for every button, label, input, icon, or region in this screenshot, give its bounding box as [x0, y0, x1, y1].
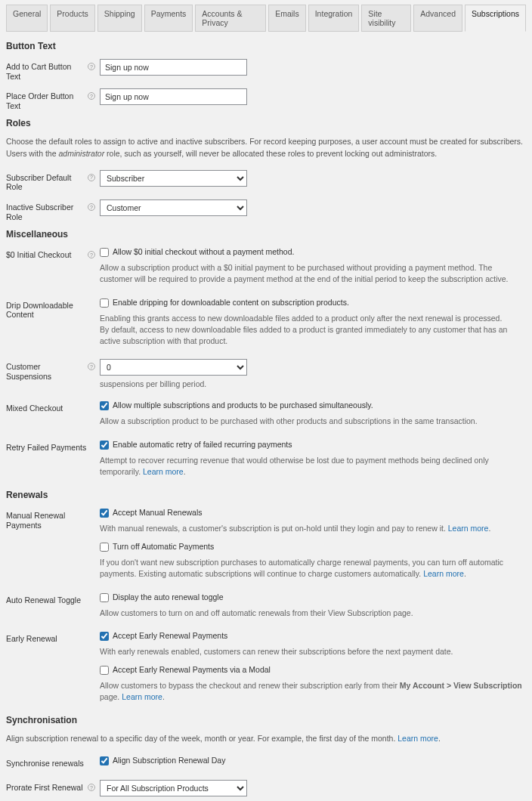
- auto-renewal-toggle-checkbox[interactable]: [100, 593, 109, 602]
- tab-products[interactable]: Products: [50, 5, 94, 32]
- mixed-checkout-checkbox[interactable]: [100, 401, 109, 410]
- turn-off-auto-checkbox-label: Turn off Automatic Payments: [113, 542, 214, 551]
- label-retry-failed: Retry Failed Payments: [6, 440, 88, 453]
- early-renewal-modal-checkbox[interactable]: [100, 666, 109, 675]
- zero-initial-help: Allow a subscription product with a $0 i…: [100, 262, 526, 285]
- suspensions-help: suspensions per billing period.: [100, 379, 526, 388]
- tab-shipping[interactable]: Shipping: [97, 5, 142, 32]
- tab-accounts-privacy[interactable]: Accounts & Privacy: [195, 5, 266, 32]
- section-title-button-text: Button Text: [6, 41, 526, 51]
- early-renewal-checkbox-label: Accept Early Renewal Payments: [113, 631, 227, 640]
- section-title-renewals: Renewals: [6, 490, 526, 500]
- label-add-to-cart: Add to Cart Button Text: [6, 59, 88, 81]
- tab-subscriptions[interactable]: Subscriptions: [465, 5, 526, 32]
- help-icon[interactable]: ?: [88, 363, 95, 370]
- label-drip-content: Drip Downloadable Content: [6, 298, 88, 320]
- mixed-checkout-checkbox-label: Allow multiple subscriptions and product…: [113, 400, 373, 410]
- label-customer-suspensions: Customer Suspensions: [6, 359, 88, 381]
- retry-learn-more-link[interactable]: Learn more: [143, 467, 184, 476]
- tab-payments[interactable]: Payments: [144, 5, 193, 32]
- manual-renewals-help: With manual renewals, a customer's subsc…: [100, 523, 526, 534]
- tab-general[interactable]: General: [6, 5, 48, 32]
- zero-initial-checkbox-label: Allow $0 initial checkout without a paym…: [113, 247, 294, 256]
- add-to-cart-input[interactable]: [100, 59, 247, 76]
- label-subscriber-default-role: Subscriber Default Role: [6, 170, 88, 192]
- sync-renewals-checkbox[interactable]: [100, 756, 109, 765]
- inactive-subscriber-role-select[interactable]: Customer: [100, 199, 247, 216]
- help-icon[interactable]: ?: [88, 784, 95, 791]
- turn-off-auto-help: If you don't want new subscription purch…: [100, 557, 526, 580]
- auto-renewal-toggle-help: Allow customers to turn on and off autom…: [100, 608, 526, 619]
- label-place-order: Place Order Button Text: [6, 88, 88, 110]
- auto-learn-more-link[interactable]: Learn more: [423, 569, 464, 578]
- tab-emails[interactable]: Emails: [268, 5, 306, 32]
- label-early-renewal: Early Renewal: [6, 631, 88, 644]
- drip-checkbox[interactable]: [100, 298, 109, 308]
- label-prorate-first-renewal: Prorate First Renewal: [6, 780, 88, 793]
- help-icon[interactable]: ?: [88, 174, 95, 181]
- zero-initial-checkbox[interactable]: [100, 248, 109, 257]
- subscriber-default-role-select[interactable]: Subscriber: [100, 170, 247, 187]
- settings-tabs: General Products Shipping Payments Accou…: [6, 5, 526, 32]
- sync-renewals-checkbox-label: Align Subscription Renewal Day: [113, 756, 225, 765]
- label-zero-initial-checkout: $0 Initial Checkout: [6, 247, 88, 260]
- section-title-misc: Miscellaneous: [6, 229, 526, 240]
- manual-renewals-checkbox-label: Accept Manual Renewals: [113, 508, 202, 517]
- early-renewal-modal-checkbox-label: Accept Early Renewal Payments via a Moda…: [113, 665, 271, 674]
- early-renewal-checkbox[interactable]: [100, 632, 109, 641]
- manual-renewals-checkbox[interactable]: [100, 509, 109, 518]
- tab-advanced[interactable]: Advanced: [413, 5, 462, 32]
- help-icon[interactable]: ?: [88, 251, 95, 258]
- early-learn-more-link[interactable]: Learn more: [122, 692, 162, 701]
- label-inactive-subscriber-role: Inactive Subscriber Role: [6, 199, 88, 221]
- sync-learn-more-link[interactable]: Learn more: [397, 734, 438, 743]
- early-renewal-help: With early renewals enabled, customers c…: [100, 646, 526, 657]
- retry-failed-checkbox[interactable]: [100, 441, 109, 450]
- tab-site-visibility[interactable]: Site visibility: [361, 5, 411, 32]
- manual-learn-more-link[interactable]: Learn more: [448, 524, 489, 533]
- mixed-checkout-help: Allow a subscription product to be purch…: [100, 416, 526, 427]
- retry-failed-checkbox-label: Enable automatic retry of failed recurri…: [113, 440, 292, 449]
- label-auto-renewal-toggle: Auto Renewal Toggle: [6, 592, 88, 605]
- label-manual-renewal: Manual Renewal Payments: [6, 508, 88, 530]
- tab-integration[interactable]: Integration: [308, 5, 360, 32]
- sync-description: Align subscription renewal to a specific…: [6, 733, 526, 744]
- label-sync-renewals: Synchronise renewals: [6, 756, 88, 769]
- auto-renewal-toggle-checkbox-label: Display the auto renewal toggle: [113, 592, 224, 602]
- label-mixed-checkout: Mixed Checkout: [6, 400, 88, 413]
- section-title-roles: Roles: [6, 118, 526, 128]
- help-icon[interactable]: ?: [88, 203, 95, 211]
- help-icon[interactable]: ?: [88, 92, 95, 100]
- retry-failed-help: Attempt to recover recurring revenue tha…: [100, 455, 526, 478]
- drip-checkbox-label: Enable dripping for downloadable content…: [113, 298, 349, 307]
- drip-help: Enabling this grants access to new downl…: [100, 313, 526, 348]
- roles-description: Choose the default roles to assign to ac…: [6, 136, 526, 159]
- early-renewal-modal-help: Allow customers to bypass the checkout a…: [100, 680, 526, 703]
- place-order-input[interactable]: [100, 88, 247, 105]
- section-title-sync: Synchronisation: [6, 715, 526, 725]
- suspensions-select[interactable]: 0: [100, 359, 247, 376]
- prorate-first-renewal-select[interactable]: For All Subscription Products: [100, 780, 247, 796]
- turn-off-auto-checkbox[interactable]: [100, 543, 109, 552]
- help-icon[interactable]: ?: [88, 63, 95, 70]
